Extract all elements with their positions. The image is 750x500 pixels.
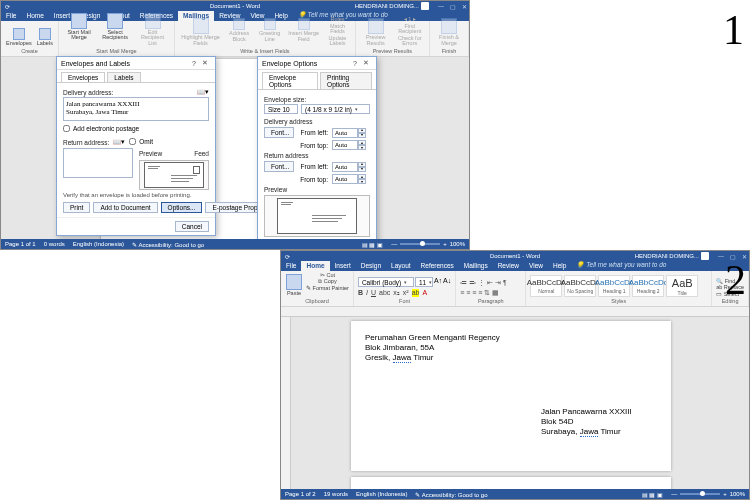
tab-references[interactable]: References bbox=[416, 261, 459, 271]
screenshot-1: ⟳ Document1 - Word HENDRIANI DOMING... —… bbox=[0, 0, 470, 250]
delivery-address-label: Delivery address: bbox=[63, 89, 113, 96]
cancel-button[interactable]: Cancel bbox=[175, 221, 209, 232]
return-from-left-input[interactable]: ▴▾ bbox=[332, 162, 366, 172]
address-book-icon[interactable]: 📖▾ bbox=[197, 88, 209, 96]
dialog-close-icon[interactable]: ✕ bbox=[199, 59, 211, 67]
delivery-section: Delivery address bbox=[264, 118, 370, 125]
tab-review[interactable]: Review bbox=[493, 261, 524, 271]
accessibility-status[interactable]: ✎ Accessibility: Good to go bbox=[132, 241, 204, 248]
tab-file[interactable]: File bbox=[281, 261, 301, 271]
style-normal[interactable]: AaBbCcDcNormal bbox=[530, 275, 562, 297]
zoom-control-2[interactable]: — + 100% bbox=[671, 491, 745, 497]
tab-insert[interactable]: Insert bbox=[330, 261, 356, 271]
subscript-button[interactable]: x₂ bbox=[393, 289, 400, 297]
style-heading-2[interactable]: AaBbCcDcHeading 2 bbox=[632, 275, 664, 297]
group-create: Create bbox=[5, 48, 54, 54]
max-button[interactable]: ▢ bbox=[450, 3, 456, 10]
superscript-button[interactable]: x² bbox=[403, 289, 409, 297]
close-button[interactable]: ✕ bbox=[462, 3, 467, 10]
align-buttons[interactable]: ≡ ≡ ≡ ≡ ⇅ ▦ bbox=[460, 289, 499, 297]
autosave-icon: ⟳ bbox=[285, 253, 290, 260]
options-close-icon[interactable]: ✕ bbox=[360, 59, 372, 67]
italic-button[interactable]: I bbox=[366, 289, 368, 297]
bold-button[interactable]: B bbox=[358, 289, 363, 297]
envelope-dim-select[interactable]: (4 1/8 x 9 1/2 in)▾ bbox=[301, 104, 370, 114]
paste-button[interactable]: Paste bbox=[285, 273, 303, 298]
tab-help[interactable]: Help bbox=[548, 261, 571, 271]
language-status-2[interactable]: English (Indonesia) bbox=[356, 491, 407, 497]
printing-options-tab[interactable]: Printing Options bbox=[320, 72, 372, 89]
envelopes-tab[interactable]: Envelopes bbox=[61, 72, 105, 82]
labels-button[interactable]: Labels bbox=[36, 27, 54, 48]
tab-view[interactable]: View bbox=[524, 261, 548, 271]
tab-layout[interactable]: Layout bbox=[386, 261, 416, 271]
min-button[interactable]: — bbox=[438, 3, 444, 10]
dialog-help-icon[interactable]: ? bbox=[189, 60, 199, 67]
print-button[interactable]: Print bbox=[63, 202, 90, 213]
select-recipients-button[interactable]: Select Recipients bbox=[98, 12, 132, 42]
style-title[interactable]: AaBTitle bbox=[666, 275, 698, 297]
envelope-preview[interactable] bbox=[139, 160, 209, 190]
delivery-address-input[interactable]: Jalan pancawarna XXXIII Surabaya, Jawa T… bbox=[63, 97, 209, 121]
delivery-from-left-input[interactable]: ▴▾ bbox=[332, 128, 366, 138]
format-painter-button[interactable]: ✎ Format Painter bbox=[306, 286, 349, 292]
grow-font-icon[interactable]: A↑ bbox=[434, 277, 442, 287]
underline-button[interactable]: U bbox=[371, 289, 376, 297]
tab-design[interactable]: Design bbox=[356, 261, 386, 271]
style-no-spacing[interactable]: AaBbCcDcNo Spacing bbox=[564, 275, 596, 297]
styles-gallery[interactable]: AaBbCcDcNormal AaBbCcDcNo Spacing AaBbCc… bbox=[530, 275, 698, 297]
avatar bbox=[421, 2, 429, 10]
delivery-font-button[interactable]: Font... bbox=[264, 127, 294, 138]
envelope-page[interactable]: Perumahan Green Menganti Regency Blok Ji… bbox=[351, 321, 671, 471]
document-title-2: Document1 - Word bbox=[490, 253, 540, 259]
view-buttons-2[interactable]: ▤ ▦ ▣ bbox=[642, 491, 663, 498]
user-account[interactable]: HENDRIANI DOMING... bbox=[355, 2, 429, 10]
font-size-select[interactable]: 11▾ bbox=[415, 277, 433, 287]
electronic-postage-checkbox[interactable] bbox=[63, 125, 70, 132]
language-status[interactable]: English (Indonesia) bbox=[73, 241, 124, 247]
return-font-button[interactable]: Font... bbox=[264, 161, 294, 172]
font-color-button[interactable]: A bbox=[422, 289, 427, 297]
word-count[interactable]: 0 words bbox=[44, 241, 65, 247]
font-name-select[interactable]: Calibri (Body)▾ bbox=[358, 277, 414, 287]
options-help-icon[interactable]: ? bbox=[350, 60, 360, 67]
omit-checkbox[interactable] bbox=[129, 138, 136, 145]
status-bar-2: Page 1 of 2 19 words English (Indonesia)… bbox=[281, 489, 749, 499]
envelopes-button[interactable]: Envelopes bbox=[5, 27, 33, 48]
return-from-top-input[interactable]: ▴▾ bbox=[332, 174, 366, 184]
options-button[interactable]: Options... bbox=[161, 202, 203, 213]
return-address-input[interactable] bbox=[63, 148, 133, 178]
user-account-2[interactable]: HENDRIANI DOMING... bbox=[635, 252, 709, 260]
view-buttons[interactable]: ▤ ▦ ▣ bbox=[362, 241, 383, 248]
delivery-from-top-input[interactable]: ▴▾ bbox=[332, 140, 366, 150]
finish-merge-button: Finish & Merge bbox=[434, 17, 464, 47]
envelope-options-tab[interactable]: Envelope Options bbox=[262, 72, 318, 89]
labels-tab[interactable]: Labels bbox=[107, 72, 140, 82]
accessibility-status-2[interactable]: ✎ Accessibility: Good to go bbox=[415, 491, 487, 498]
horizontal-ruler[interactable] bbox=[281, 307, 749, 317]
tell-me-2[interactable]: 💡 Tell me what you want to do bbox=[571, 260, 671, 271]
page-status-2[interactable]: Page 1 of 2 bbox=[285, 491, 316, 497]
shrink-font-icon[interactable]: A↓ bbox=[443, 277, 451, 287]
text-highlight-button[interactable]: ab bbox=[412, 289, 420, 297]
add-to-document-button[interactable]: Add to Document bbox=[93, 202, 157, 213]
tab-home[interactable]: Home bbox=[301, 261, 329, 271]
find-recipient-button: Find Recipient bbox=[395, 24, 425, 35]
start-mail-merge-button[interactable]: Start Mail Merge bbox=[63, 12, 95, 42]
strike-button[interactable]: abc bbox=[379, 289, 390, 297]
zoom-control[interactable]: — + 100% bbox=[391, 241, 465, 247]
return-book-icon[interactable]: 📖▾ bbox=[113, 138, 125, 146]
tab-file[interactable]: File bbox=[1, 11, 21, 21]
tab-home[interactable]: Home bbox=[21, 11, 48, 21]
tab-mailings[interactable]: Mailings bbox=[459, 261, 493, 271]
min-button[interactable]: — bbox=[718, 253, 724, 260]
page-status[interactable]: Page 1 of 1 bbox=[5, 241, 36, 247]
vertical-ruler[interactable] bbox=[281, 317, 291, 489]
envelope-size-select[interactable]: Size 10 bbox=[264, 104, 298, 114]
document-page-2[interactable] bbox=[351, 477, 671, 489]
envelope-icon bbox=[277, 198, 357, 234]
style-heading-1[interactable]: AaBbCcDcHeading 1 bbox=[598, 275, 630, 297]
word-count-2[interactable]: 19 words bbox=[324, 491, 348, 497]
list-buttons[interactable]: ≔ ≕ ⋮ ⇤ ⇥ ¶ bbox=[460, 279, 506, 287]
check-errors-button: Check for Errors bbox=[395, 36, 425, 47]
